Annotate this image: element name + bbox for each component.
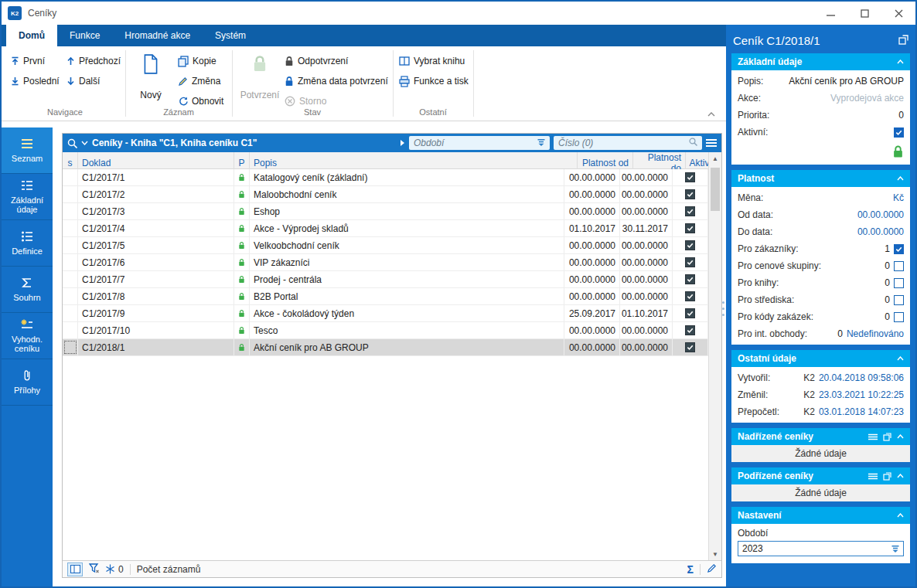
- section-header-nadrizene[interactable]: Nadřízené ceníky: [731, 428, 910, 445]
- row-selector-cell[interactable]: [63, 288, 78, 304]
- row-selector-cell[interactable]: [63, 305, 78, 321]
- section-header-platnost[interactable]: Platnost: [731, 170, 910, 187]
- row-selector-cell[interactable]: [63, 186, 78, 202]
- table-row[interactable]: C1/2017/7Prodej - centrála00.00.000000.0…: [63, 271, 708, 288]
- select-book-button[interactable]: Vybrat knihu: [399, 54, 465, 68]
- change-button[interactable]: Změna: [178, 74, 220, 88]
- checkbox[interactable]: [894, 278, 904, 288]
- sidebar-item-seznam[interactable]: Seznam: [2, 127, 53, 174]
- checkbox[interactable]: [894, 295, 904, 305]
- new-button[interactable]: Nový: [131, 53, 170, 102]
- table-row[interactable]: C1/2017/8B2B Portal00.00.000000.00.0000: [63, 288, 708, 305]
- table-row[interactable]: C1/2017/4Akce - Výprodej skladů01.10.201…: [63, 220, 708, 237]
- freeze-button[interactable]: 0: [105, 564, 124, 575]
- checkbox[interactable]: [685, 342, 695, 352]
- row-selector-cell[interactable]: [63, 322, 78, 338]
- checkbox[interactable]: [685, 257, 695, 267]
- sidebar-item-souhrn[interactable]: Souhrn: [2, 267, 53, 313]
- search-field-icon[interactable]: [689, 138, 697, 148]
- filter-button[interactable]: [89, 563, 99, 576]
- checkbox[interactable]: [685, 172, 695, 182]
- cancel-button[interactable]: Storno: [285, 94, 326, 108]
- checkbox[interactable]: [685, 308, 695, 318]
- maximize-button[interactable]: [847, 2, 881, 25]
- table-row[interactable]: C1/2017/10Tesco00.00.000000.00.0000: [63, 322, 708, 339]
- row-selector-cell[interactable]: [63, 203, 78, 219]
- ribbon: První Poslední Předchozí Další Nový Kopi…: [2, 46, 726, 121]
- functions-print-button[interactable]: Funkce a tisk: [399, 74, 469, 88]
- open-window-icon[interactable]: [883, 433, 891, 441]
- close-button[interactable]: [881, 2, 915, 25]
- section-header-podrizene[interactable]: Podřízené ceníky: [731, 467, 910, 484]
- checkbox[interactable]: [685, 240, 695, 250]
- previous-button[interactable]: Předchozí: [66, 54, 121, 68]
- open-window-icon[interactable]: [883, 472, 891, 481]
- splitter-handle[interactable]: [721, 301, 725, 316]
- table-row[interactable]: C1/2018/1Akční ceník pro AB GROUP00.00.0…: [63, 339, 708, 356]
- refresh-button[interactable]: Obnovit: [178, 94, 223, 108]
- field-link[interactable]: Nedefinováno: [847, 328, 904, 339]
- scrollbar-thumb[interactable]: [711, 168, 720, 211]
- cell-platnost-do: 01.10.2017: [620, 305, 673, 321]
- copy-button[interactable]: Kopie: [178, 54, 216, 68]
- period-filter-input[interactable]: Období: [409, 136, 550, 150]
- minimize-button[interactable]: [813, 2, 847, 25]
- row-selector-cell[interactable]: [63, 237, 78, 253]
- sidebar-item-definice[interactable]: Definice: [2, 220, 53, 267]
- tab-hromadne-akce[interactable]: Hromadné akce: [112, 25, 203, 46]
- checkbox[interactable]: [894, 244, 904, 254]
- checkbox[interactable]: [685, 291, 695, 301]
- confirm-button[interactable]: Potvrzení: [238, 53, 281, 102]
- checkbox[interactable]: [685, 325, 695, 335]
- tab-domu[interactable]: Domů: [6, 25, 57, 46]
- list-icon[interactable]: [868, 473, 878, 480]
- row-selector-cell[interactable]: [63, 254, 78, 270]
- section-header-nastaveni[interactable]: Nastavení: [731, 507, 910, 524]
- table-row[interactable]: C1/2017/1Katalogový ceník (základní)00.0…: [63, 169, 708, 186]
- next-button[interactable]: Další: [66, 74, 100, 88]
- table-row[interactable]: C1/2017/2Maloobchodní ceník00.00.000000.…: [63, 186, 708, 203]
- tab-funkce[interactable]: Funkce: [57, 25, 112, 46]
- table-row[interactable]: C1/2017/3Eshop00.00.000000.00.0000: [63, 203, 708, 220]
- checkbox[interactable]: [894, 261, 904, 271]
- play-icon[interactable]: [400, 139, 405, 147]
- sidebar-item-zakladni-udaje[interactable]: Základní údaje: [2, 174, 53, 220]
- tab-system[interactable]: Systém: [203, 25, 258, 46]
- change-confirm-date-button[interactable]: Změna data potvrzení: [285, 74, 388, 88]
- checkbox[interactable]: [685, 223, 695, 233]
- menu-icon[interactable]: [706, 138, 717, 148]
- checkbox[interactable]: [894, 127, 904, 138]
- list-icon[interactable]: [868, 433, 878, 440]
- open-in-window-button[interactable]: [898, 34, 908, 47]
- checkbox[interactable]: [685, 274, 695, 284]
- vertical-scrollbar[interactable]: ▲ ▼: [708, 152, 721, 560]
- checkbox[interactable]: [894, 312, 904, 322]
- row-selector-cell[interactable]: [63, 271, 78, 287]
- table-row[interactable]: C1/2017/5Velkoobchodní ceník00.00.000000…: [63, 237, 708, 254]
- ribbon-collapse-button[interactable]: [707, 108, 715, 119]
- sidebar-item-prilohy[interactable]: Přílohy: [2, 359, 53, 406]
- checkbox[interactable]: [685, 206, 695, 216]
- sidebar-item-vyhodn-ceniku[interactable]: Vyhodn. ceníku: [2, 313, 53, 359]
- row-selector-cell[interactable]: [63, 169, 78, 185]
- layout-toggle-button[interactable]: [67, 563, 83, 576]
- scroll-down-icon[interactable]: ▼: [709, 548, 721, 560]
- table-row[interactable]: C1/2017/6VIP zákazníci00.00.000000.00.00…: [63, 254, 708, 271]
- row-selector-cell[interactable]: [63, 339, 78, 355]
- sum-button[interactable]: Σ: [687, 563, 694, 576]
- first-button[interactable]: První: [11, 54, 45, 68]
- chevron-down-icon[interactable]: [81, 141, 88, 145]
- period-select[interactable]: 2023: [738, 541, 904, 556]
- filter-dropdown-icon[interactable]: [537, 138, 545, 148]
- edit-button[interactable]: [707, 563, 717, 576]
- unconfirm-button[interactable]: Odpotvrzení: [285, 54, 348, 68]
- scroll-up-icon[interactable]: ▲: [709, 152, 721, 165]
- section-header-ostatni[interactable]: Ostatní údaje: [731, 350, 910, 367]
- table-row[interactable]: C1/2017/9Akce - čokoládový týden25.09.20…: [63, 305, 708, 322]
- checkbox[interactable]: [685, 189, 695, 199]
- last-button[interactable]: Poslední: [11, 74, 60, 88]
- search-icon[interactable]: [67, 138, 77, 148]
- row-selector-cell[interactable]: [63, 220, 78, 236]
- number-search-input[interactable]: Číslo (0): [554, 136, 702, 150]
- section-header-zakladni[interactable]: Základní údaje: [731, 53, 910, 70]
